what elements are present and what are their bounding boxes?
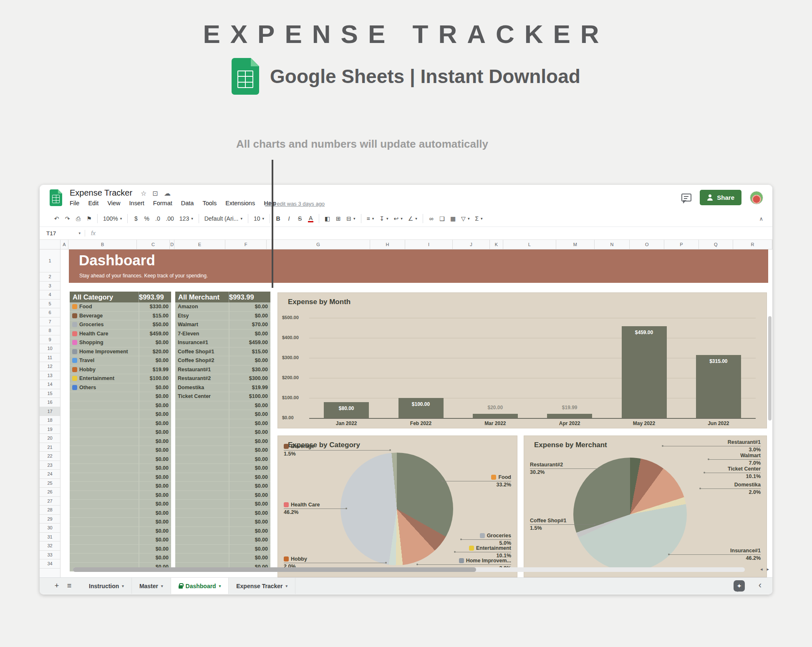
row-header-1[interactable]: 1: [40, 249, 60, 272]
tab-expense-tracker[interactable]: Expense Tracker▾: [229, 578, 295, 594]
more-formats-select[interactable]: 123▾: [179, 215, 193, 222]
row-header-18[interactable]: 18: [40, 416, 60, 425]
table-row-empty[interactable]: $0.00: [175, 554, 270, 563]
row-header-3[interactable]: 3: [40, 282, 60, 291]
table-row[interactable]: Beverage$15.00: [70, 312, 171, 321]
table-row-empty[interactable]: $0.00: [70, 518, 171, 527]
row-header-19[interactable]: 19: [40, 425, 60, 434]
merge-cells-icon[interactable]: ⊟▾: [346, 215, 355, 222]
row-header-26[interactable]: 26: [40, 488, 60, 497]
table-row-empty[interactable]: $0.00: [175, 446, 270, 455]
table-row[interactable]: Entertainment$100.00: [70, 374, 171, 383]
column-header-A[interactable]: A: [61, 240, 69, 249]
table-row-empty[interactable]: $0.00: [70, 410, 171, 419]
row-header-34[interactable]: 34: [40, 559, 60, 569]
insert-chart-icon[interactable]: ▦: [450, 215, 456, 222]
table-row[interactable]: Amazon$0.00: [175, 302, 270, 312]
column-header-H[interactable]: H: [370, 240, 405, 249]
row-header-33[interactable]: 33: [40, 551, 60, 560]
scroll-left-icon[interactable]: ◂: [760, 566, 763, 572]
menu-tools[interactable]: Tools: [202, 200, 217, 206]
expense-by-month-chart[interactable]: Expense by Month $0.00$100.00$200.00$300…: [277, 292, 767, 428]
row-header-21[interactable]: 21: [40, 443, 60, 452]
table-row-empty[interactable]: $0.00: [175, 419, 270, 428]
pie-expense-by-category[interactable]: [340, 453, 453, 565]
table-row[interactable]: Walmart$70.00: [175, 320, 270, 330]
table-row-empty[interactable]: $0.00: [70, 554, 171, 563]
table-row-empty[interactable]: $0.00: [70, 500, 171, 509]
table-row[interactable]: Restaurant#1$30.00: [175, 365, 270, 375]
zoom-select[interactable]: 100%▾: [103, 215, 122, 222]
table-row-empty[interactable]: $0.00: [175, 464, 270, 473]
row-header-23[interactable]: 23: [40, 461, 60, 470]
table-row-empty[interactable]: $0.00: [70, 527, 171, 536]
row-header-12[interactable]: 12: [40, 362, 60, 371]
bar-May 2022[interactable]: [622, 326, 667, 418]
row-header-4[interactable]: 4: [40, 290, 60, 300]
table-row-empty[interactable]: $0.00: [175, 482, 270, 491]
column-header-K[interactable]: K: [490, 240, 503, 249]
row-header-8[interactable]: 8: [40, 326, 60, 335]
decrease-decimal-icon[interactable]: .0: [155, 215, 160, 222]
table-row-empty[interactable]: $0.00: [175, 545, 270, 554]
table-row[interactable]: Coffee Shop#1$15.00: [175, 347, 270, 357]
star-icon[interactable]: ☆: [141, 189, 146, 197]
table-row-empty[interactable]: $0.00: [70, 491, 171, 500]
keep-notes-icon[interactable]: ✦: [734, 580, 745, 592]
column-header-C[interactable]: C: [137, 240, 170, 249]
tab-instruction[interactable]: Instruction▾: [81, 578, 132, 594]
text-color-icon[interactable]: A: [308, 215, 313, 222]
column-header-R[interactable]: R: [733, 240, 772, 249]
column-header-D[interactable]: D: [170, 240, 174, 249]
tab-caret-icon[interactable]: ▾: [122, 584, 124, 588]
column-header-B[interactable]: B: [68, 240, 137, 249]
row-header-30[interactable]: 30: [40, 524, 60, 533]
all-sheets-icon[interactable]: ≡: [63, 582, 76, 590]
table-row[interactable]: Insurance#1$459.00: [175, 338, 270, 347]
table-row[interactable]: Restaurant#2$300.00: [175, 374, 270, 383]
column-header-M[interactable]: M: [556, 240, 595, 249]
horizontal-scrollbar-thumb[interactable]: [73, 567, 476, 572]
row-header-31[interactable]: 31: [40, 533, 60, 542]
table-row-empty[interactable]: $0.00: [175, 491, 270, 500]
redo-icon[interactable]: ↷: [65, 215, 70, 222]
table-row[interactable]: Others$0.00: [70, 383, 171, 393]
paint-format-icon[interactable]: ⚑: [86, 215, 92, 222]
table-row[interactable]: Ticket Center$100.00: [175, 392, 270, 401]
table-row[interactable]: Domestika$19.99: [175, 383, 270, 393]
table-row-empty[interactable]: $0.00: [70, 392, 171, 401]
row-header-2[interactable]: 2: [40, 272, 60, 282]
menu-insert[interactable]: Insert: [129, 200, 144, 206]
scroll-right-icon[interactable]: ▸: [767, 566, 769, 572]
column-header-F[interactable]: F: [225, 240, 267, 249]
table-row-empty[interactable]: $0.00: [70, 419, 171, 428]
print-icon[interactable]: ⎙: [76, 215, 81, 222]
table-row[interactable]: Shopping$0.00: [70, 338, 171, 347]
collapse-toolbar-icon[interactable]: ∧: [759, 216, 763, 222]
column-header-N[interactable]: N: [595, 240, 630, 249]
row-header-29[interactable]: 29: [40, 515, 60, 524]
vertical-scrollbar-thumb[interactable]: [768, 316, 772, 420]
horizontal-scrollbar[interactable]: [73, 567, 745, 572]
table-row-empty[interactable]: $0.00: [175, 401, 270, 410]
increase-decimal-icon[interactable]: .00: [166, 215, 174, 222]
row-header-13[interactable]: 13: [40, 371, 60, 380]
add-sheet-icon[interactable]: +: [50, 582, 63, 590]
row-header-14[interactable]: 14: [40, 380, 60, 389]
table-row-empty[interactable]: $0.00: [175, 437, 270, 446]
bar-Apr 2022[interactable]: [547, 414, 592, 418]
menu-format[interactable]: Format: [153, 200, 172, 206]
table-row-empty[interactable]: $0.00: [70, 428, 171, 437]
table-row-empty[interactable]: $0.00: [175, 455, 270, 464]
column-header-I[interactable]: I: [405, 240, 453, 249]
functions-icon[interactable]: Σ▾: [475, 215, 482, 222]
row-header-6[interactable]: 6: [40, 308, 60, 317]
column-header-P[interactable]: P: [664, 240, 699, 249]
menu-edit[interactable]: Edit: [88, 200, 98, 206]
table-row-empty[interactable]: $0.00: [70, 437, 171, 446]
menu-data[interactable]: Data: [181, 200, 194, 206]
table-row[interactable]: Coffee Shop#2$0.00: [175, 356, 270, 365]
font-select[interactable]: Default (Ari...▾: [204, 215, 242, 222]
column-header-E[interactable]: E: [174, 240, 225, 249]
table-row-empty[interactable]: $0.00: [70, 545, 171, 554]
